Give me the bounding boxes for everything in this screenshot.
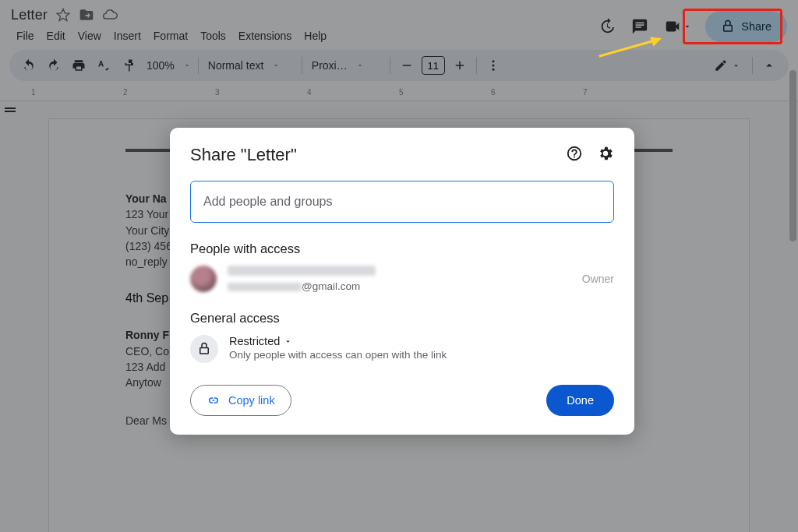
access-person-row[interactable]: @gmail.com Owner bbox=[190, 266, 614, 292]
add-people-input[interactable] bbox=[190, 181, 614, 223]
people-with-access-heading: People with access bbox=[190, 241, 614, 256]
person-name-redacted bbox=[228, 266, 376, 276]
person-email: @gmail.com bbox=[228, 280, 571, 292]
dialog-title: Share "Letter" bbox=[190, 145, 297, 165]
general-access-desc: Only people with access can open with th… bbox=[229, 349, 447, 361]
settings-icon[interactable] bbox=[597, 145, 614, 165]
svg-line-3 bbox=[599, 41, 655, 56]
avatar bbox=[190, 266, 217, 292]
done-button[interactable]: Done bbox=[546, 385, 614, 416]
copy-link-button[interactable]: Copy link bbox=[190, 385, 291, 416]
lock-icon bbox=[190, 335, 218, 363]
annotation-arrow bbox=[584, 36, 678, 59]
share-dialog: Share "Letter" People with access @gmail… bbox=[170, 128, 634, 435]
person-role: Owner bbox=[582, 273, 614, 285]
help-icon[interactable] bbox=[566, 145, 583, 165]
svg-marker-4 bbox=[650, 37, 662, 47]
general-access-select[interactable]: Restricted bbox=[229, 335, 447, 347]
copy-link-label: Copy link bbox=[228, 394, 275, 407]
general-access-heading: General access bbox=[190, 311, 614, 326]
